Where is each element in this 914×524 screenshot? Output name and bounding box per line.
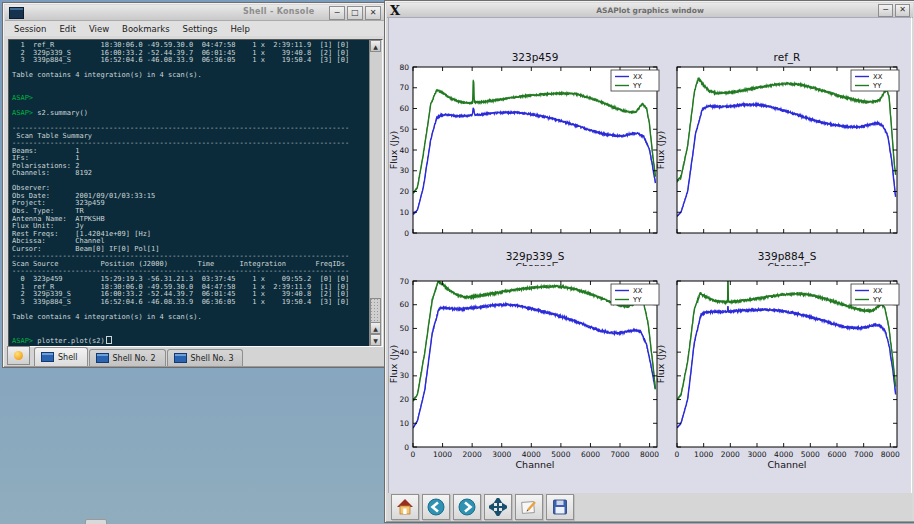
terminal-line (12, 87, 382, 95)
desktop: { "konsole": { "title": "Shell - Konsole… (0, 0, 914, 524)
terminal[interactable]: 1 ref_R 18:30:06.0 -49.59.30.0 04:47:58 … (8, 39, 383, 347)
svg-text:6000: 6000 (581, 450, 600, 459)
back-button[interactable] (422, 494, 450, 520)
svg-text:8000: 8000 (640, 450, 659, 459)
tab-label: Shell (58, 353, 78, 362)
tab-shell-no-2[interactable]: Shell No. 2 (89, 349, 166, 366)
terminal-cursor (106, 336, 112, 344)
svg-text:40: 40 (399, 348, 409, 357)
svg-text:YY: YY (632, 82, 642, 90)
tab-label: Shell No. 2 (113, 354, 156, 363)
home-icon (396, 498, 414, 516)
svg-text:20: 20 (399, 187, 409, 196)
konsole-menubar: SessionEditViewBookmarksSettingsHelp (5, 21, 384, 36)
menu-item-help[interactable]: Help (230, 24, 249, 34)
konsole-app-icon (9, 7, 24, 19)
terminal-scrollbar[interactable]: ▲ ▲ ▼ (369, 40, 382, 346)
taskbar-sliver (85, 519, 107, 524)
svg-text:50: 50 (399, 125, 409, 134)
plot-toolbar (388, 493, 912, 520)
scroll-down-icon[interactable]: ▼ (370, 334, 381, 346)
svg-text:XX: XX (633, 73, 643, 81)
menu-item-session[interactable]: Session (14, 24, 46, 34)
new-session-button[interactable] (7, 346, 30, 365)
svg-text:2000: 2000 (721, 450, 740, 459)
svg-text:0: 0 (411, 450, 416, 459)
scroll-up2-icon[interactable]: ▲ (370, 322, 381, 334)
svg-text:30: 30 (399, 371, 409, 380)
yaxis-label: Flux (Jy) (655, 345, 666, 384)
svg-text:80: 80 (399, 63, 409, 72)
edit-icon (520, 498, 538, 516)
svg-text:2000: 2000 (463, 450, 482, 459)
shell-tab-icon (174, 353, 187, 363)
plot-figure: 01020304050607080323p459ChannelFlux (Jy)… (388, 17, 912, 495)
konsole-minimize-button[interactable]: − (329, 6, 345, 20)
yaxis-label: Flux (Jy) (389, 131, 399, 170)
svg-text:10: 10 (399, 419, 409, 428)
svg-text:0: 0 (675, 450, 680, 459)
svg-text:60: 60 (399, 104, 409, 113)
terminal-line (12, 80, 382, 88)
tab-shell-no-3[interactable]: Shell No. 3 (167, 349, 244, 366)
terminal-output: 1 ref_R 18:30:06.0 -49.59.30.0 04:47:58 … (9, 40, 382, 346)
asaplot-title: ASAPlot graphics window (387, 6, 913, 15)
svg-text:40: 40 (399, 146, 409, 155)
xaxis-label-clipped: Channel (767, 261, 806, 272)
tab-shell[interactable]: Shell (34, 347, 88, 366)
svg-text:10: 10 (399, 208, 409, 217)
save-button[interactable] (546, 494, 574, 520)
menu-item-view[interactable]: View (89, 24, 109, 34)
svg-text:XX: XX (633, 287, 643, 295)
svg-text:6000: 6000 (827, 450, 846, 459)
asaplot-titlebar[interactable]: X ASAPlot graphics window −✕ (387, 3, 913, 18)
svg-text:3000: 3000 (492, 450, 511, 459)
terminal-line: 3 339p884_S 16:52:04.6 -46.08.33.9 06:36… (12, 57, 382, 65)
menu-item-edit[interactable]: Edit (59, 24, 75, 34)
menu-item-bookmarks[interactable]: Bookmarks (122, 24, 170, 34)
svg-text:30: 30 (399, 166, 409, 175)
back-icon (427, 498, 445, 516)
svg-text:1000: 1000 (433, 450, 452, 459)
konsole-titlebar[interactable]: Shell - Konsole −□✕ (5, 5, 384, 21)
edit-button[interactable] (515, 494, 543, 520)
svg-text:20: 20 (399, 395, 409, 404)
subplot-339p884_S: 010002000300040005000600070008000339p884… (655, 250, 900, 470)
menu-item-settings[interactable]: Settings (183, 24, 218, 34)
svg-text:XX: XX (873, 73, 883, 81)
legend: XXYY (611, 284, 659, 305)
scroll-up-icon[interactable]: ▲ (370, 40, 381, 52)
plot-canvas[interactable]: 01020304050607080323p459ChannelFlux (Jy)… (389, 18, 911, 494)
svg-text:0: 0 (404, 229, 409, 238)
forward-icon (458, 498, 476, 516)
asaplot-minimize-button[interactable]: − (878, 4, 893, 17)
konsole-tabbar: ShellShell No. 2Shell No. 3 (5, 347, 384, 366)
shell-tab-icon (41, 352, 54, 362)
svg-text:4000: 4000 (522, 450, 541, 459)
pan-button[interactable] (484, 494, 512, 520)
svg-text:5000: 5000 (801, 450, 820, 459)
new-session-icon (14, 351, 23, 360)
subplot-ref_R: ref_RChannelFlux (Jy)XXYY (655, 51, 899, 272)
terminal-line: ASAP> (12, 95, 382, 103)
yaxis-label: Flux (Jy) (655, 131, 666, 170)
forward-button[interactable] (453, 494, 481, 520)
konsole-maximize-button[interactable]: □ (347, 6, 363, 20)
legend: XXYY (851, 70, 899, 91)
svg-text:YY: YY (632, 296, 642, 304)
svg-text:60: 60 (399, 300, 409, 309)
terminal-line: Table contains 4 integration(s) in 4 sca… (12, 314, 382, 322)
svg-text:XX: XX (873, 287, 883, 295)
tab-label: Shell No. 3 (191, 354, 234, 363)
subplot-title: 329p339_S (506, 250, 565, 263)
shell-tab-icon (96, 353, 109, 363)
konsole-window: Shell - Konsole −□✕ SessionEditViewBookm… (2, 2, 387, 368)
asaplot-window: X ASAPlot graphics window −✕ 01020304050… (384, 0, 914, 523)
konsole-close-button[interactable]: ✕ (365, 6, 381, 20)
terminal-line: ASAP> s2.summary() (12, 110, 382, 118)
home-button[interactable] (391, 494, 419, 520)
legend: XXYY (851, 284, 899, 305)
subplot-title: 323p459 (512, 51, 559, 63)
asaplot-close-button[interactable]: ✕ (895, 4, 910, 17)
terminal-line (12, 178, 382, 186)
